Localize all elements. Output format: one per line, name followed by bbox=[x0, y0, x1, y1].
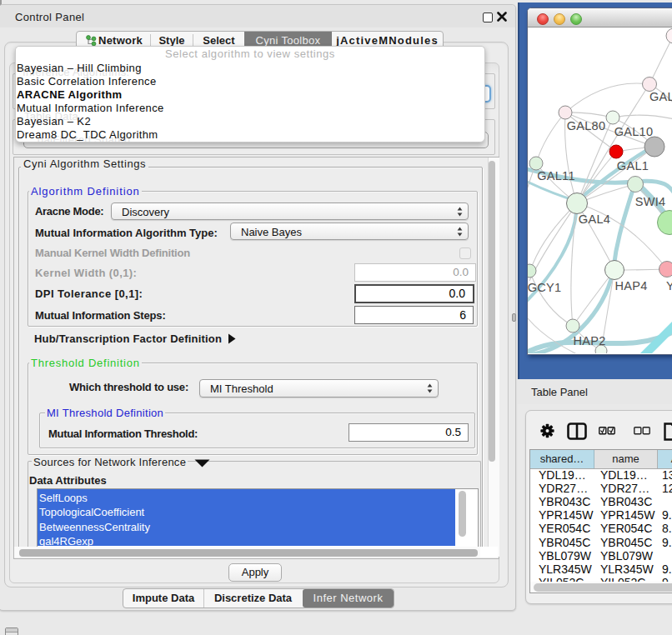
svg-text:HAP4: HAP4 bbox=[614, 279, 647, 292]
svg-text:HAP2: HAP2 bbox=[573, 334, 605, 348]
svg-text:YMR: YMR bbox=[666, 279, 672, 292]
svg-text:GAL80: GAL80 bbox=[567, 119, 606, 132]
svg-text:GAL11: GAL11 bbox=[537, 169, 575, 182]
svg-text:GCY1: GCY1 bbox=[528, 281, 561, 294]
svg-text:SWI4: SWI4 bbox=[635, 195, 666, 208]
svg-text:GAL10: GAL10 bbox=[614, 125, 654, 138]
svg-text:GAL4: GAL4 bbox=[579, 212, 610, 226]
svg-text:GAL2: GAL2 bbox=[649, 90, 672, 103]
svg-text:GAL1: GAL1 bbox=[617, 159, 649, 172]
